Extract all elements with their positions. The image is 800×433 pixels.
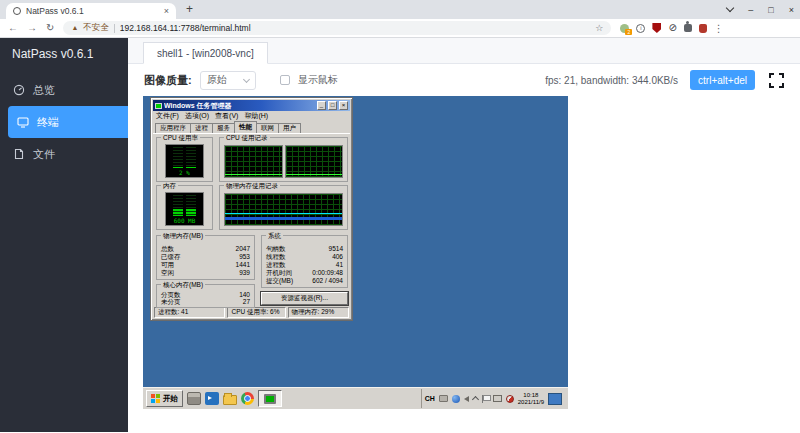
status-cpu: CPU 使用率: 6% — [227, 307, 285, 318]
kernel-memory-legend: 核心内存(MB) — [161, 281, 205, 288]
sidebar-item-terminal[interactable]: 终端 — [8, 106, 128, 138]
forward-icon[interactable]: → — [27, 23, 37, 33]
reload-icon[interactable]: ↻ — [46, 23, 54, 33]
menu-file[interactable]: 文件(F) — [156, 111, 179, 121]
resource-monitor-button[interactable]: 资源监视器(R)... — [261, 292, 348, 305]
stat-row: 分页数140 — [161, 291, 250, 298]
sidebar-item-overview[interactable]: 总览 — [0, 74, 128, 106]
start-button[interactable]: 开始 — [146, 390, 183, 407]
sidebar-item-files[interactable]: 文件 — [0, 138, 128, 170]
tab-users[interactable]: 用户 — [278, 123, 301, 133]
memory-gauge: 600 MB — [165, 192, 204, 226]
browser-menu-icon[interactable]: ⋮ — [714, 23, 724, 34]
adblock-extension-icon[interactable]: 2 — [620, 24, 629, 33]
security-warning-icon[interactable]: ▲ — [71, 24, 78, 32]
action-center-flag-icon[interactable] — [482, 395, 489, 403]
tab-processes[interactable]: 进程 — [190, 123, 213, 133]
taskmgr-close-button[interactable]: × — [339, 101, 348, 110]
tray-expand-icon[interactable] — [472, 396, 479, 403]
printer-tray-icon[interactable] — [439, 395, 448, 402]
sidebar: NatPass v0.6.1 总览 终端 文件 — [0, 38, 128, 432]
extensions-puzzle-icon[interactable] — [684, 24, 692, 32]
show-desktop-icon[interactable] — [548, 393, 562, 405]
taskbar-clock[interactable]: 10:18 2021/11/9 — [518, 392, 544, 406]
browser-tab[interactable]: NatPass v0.6.1 × — [6, 3, 176, 19]
chevron-down-icon[interactable] — [726, 4, 734, 12]
tab-applications[interactable]: 应用程序 — [155, 123, 191, 133]
stat-row: 总数2047 — [161, 245, 250, 252]
vnc-toolbar: 图像质量: 原始 显示鼠标 fps: 21, bandwidth: 344.0K… — [128, 64, 800, 96]
physical-memory-group: 物理内存(MB) 总数2047 已缓存953 可用1441 空闲939 — [156, 235, 255, 280]
chrome-shortcut-icon[interactable] — [241, 392, 254, 405]
vnc-canvas[interactable]: Windows 任务管理器 _ □ × 文件(F) 选项(O) 查看(V) 帮助… — [143, 96, 568, 409]
clock-time: 10:18 — [518, 392, 544, 399]
taskmgr-window[interactable]: Windows 任务管理器 _ □ × 文件(F) 选项(O) 查看(V) 帮助… — [150, 97, 353, 321]
bookmark-star-icon[interactable]: ☆ — [595, 23, 603, 33]
sidebar-item-label: 终端 — [37, 115, 59, 130]
stat-row: 开机时间0:00:09:48 — [266, 269, 343, 276]
close-button[interactable]: × — [789, 5, 794, 15]
clock-date: 2021/11/9 — [518, 399, 544, 406]
security-label: 不安全 — [83, 22, 109, 34]
folder-shortcut-icon[interactable] — [223, 395, 237, 405]
stat-row: 可用1441 — [161, 261, 250, 268]
browser-tabstrip: NatPass v0.6.1 × + – □ × — [0, 0, 800, 19]
tab-networking[interactable]: 联网 — [256, 123, 279, 133]
system-group: 系统 句柄数9514 线程数406 进程数41 开机时间0:00:09:48 提… — [261, 235, 348, 288]
blocker-extension-icon[interactable]: ⊘ — [668, 23, 676, 33]
extension-icons: 2 i ⊘ ⋮ — [620, 23, 723, 34]
fullscreen-icon[interactable] — [769, 73, 784, 88]
terminal-icon — [17, 116, 29, 128]
new-tab-button[interactable]: + — [186, 2, 193, 16]
taskmgr-app-icon — [155, 103, 162, 109]
menu-view[interactable]: 查看(V) — [215, 111, 238, 121]
status-memory: 物理内存: 29% — [288, 307, 349, 318]
taskmgr-tabs: 应用程序 进程 服务 性能 联网 用户 — [153, 121, 350, 134]
taskmgr-task-button[interactable] — [258, 390, 282, 407]
cpu-usage-legend: CPU 使用率 — [161, 134, 200, 141]
cpu-history-graph-2 — [285, 145, 344, 178]
maximize-button[interactable]: □ — [768, 5, 773, 15]
info-extension-icon[interactable]: i — [636, 24, 645, 33]
status-processes: 进程数: 41 — [154, 307, 225, 318]
back-icon[interactable]: ← — [8, 23, 18, 33]
tab-services[interactable]: 服务 — [212, 123, 235, 133]
taskmgr-titlebar[interactable]: Windows 任务管理器 _ □ × — [153, 100, 350, 111]
quality-select[interactable]: 原始 — [200, 71, 256, 90]
server-shortcut-icon[interactable] — [187, 392, 201, 405]
tab-favicon-icon — [13, 7, 21, 15]
powershell-shortcut-icon[interactable] — [205, 392, 219, 405]
memory-group: 内存 600 MB — [156, 185, 213, 230]
taskmgr-title: Windows 任务管理器 — [164, 101, 315, 111]
language-indicator[interactable]: CH — [425, 395, 435, 402]
stat-row: 线程数406 — [266, 253, 343, 260]
tab-close-icon[interactable]: × — [164, 7, 169, 16]
tab-performance[interactable]: 性能 — [234, 121, 257, 133]
taskmgr-maximize-button[interactable]: □ — [328, 101, 337, 110]
natpass-app: NatPass v0.6.1 总览 终端 文件 shell1 - [win200… — [0, 38, 800, 432]
ctrl-alt-del-button[interactable]: ctrl+alt+del — [690, 70, 755, 90]
volume-tray-icon[interactable] — [506, 395, 514, 403]
stat-row: 空闲939 — [161, 269, 250, 276]
red-extension-icon[interactable] — [699, 24, 707, 33]
cpu-usage-gauge: 2 % — [165, 144, 204, 178]
fps-bandwidth-text: fps: 21, bandwidth: 344.0KB/s — [545, 75, 678, 86]
memory-history-group: 物理内存使用记录 — [219, 185, 348, 230]
windows-taskbar: 开始 CH — [143, 387, 568, 409]
physical-memory-legend: 物理内存(MB) — [161, 232, 205, 239]
window-controls: – □ × — [727, 0, 794, 19]
show-cursor-checkbox[interactable] — [280, 75, 290, 85]
file-icon — [13, 148, 25, 160]
stat-row: 句柄数9514 — [266, 245, 343, 252]
url-input[interactable]: ▲ 不安全 192.168.164.11:7788/terminal.html … — [63, 21, 611, 35]
taskmgr-minimize-button[interactable]: _ — [317, 101, 326, 110]
menu-help[interactable]: 帮助(H) — [244, 111, 268, 121]
menu-options[interactable]: 选项(O) — [185, 111, 209, 121]
speaker-tray-icon[interactable] — [464, 396, 469, 402]
network-ball-tray-icon[interactable] — [452, 395, 460, 403]
network-tray-icon[interactable] — [493, 395, 502, 402]
shield-extension-icon[interactable] — [652, 23, 661, 33]
url-text: 192.168.164.11:7788/terminal.html — [120, 23, 590, 33]
minimize-button[interactable]: – — [748, 5, 753, 15]
session-tab[interactable]: shell1 - [win2008-vnc] — [143, 42, 268, 64]
